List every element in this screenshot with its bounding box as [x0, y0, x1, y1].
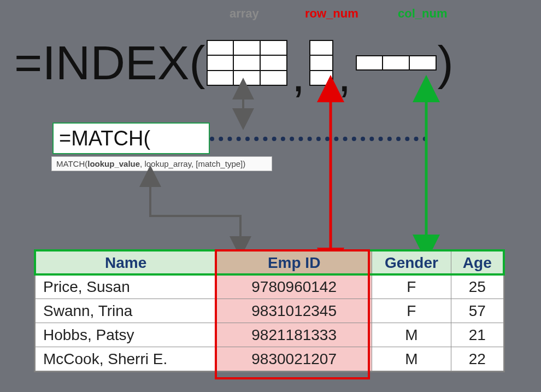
header-gender[interactable]: Gender [372, 251, 451, 275]
cell-age[interactable]: 21 [451, 323, 503, 347]
data-table-frame: Name Emp ID Gender Age Price, Susan 9780… [34, 249, 505, 372]
match-block: =MATCH( MATCH(lookup_value, lookup_array… [52, 122, 284, 171]
dotted-connector [210, 137, 427, 141]
cell-name[interactable]: Hobbs, Patsy [36, 323, 216, 347]
cell-empid[interactable]: 9821181333 [216, 323, 372, 347]
index-formula: =INDEX( , , ) [14, 33, 454, 93]
arg-label-rownum: row_num [305, 7, 358, 21]
header-name[interactable]: Name [36, 251, 216, 275]
cell-empid[interactable]: 9780960142 [216, 275, 372, 299]
cell-age[interactable]: 25 [451, 275, 503, 299]
formula-close: ) [438, 35, 454, 91]
table-row: Hobbs, Patsy 9821181333 M 21 [36, 323, 504, 347]
colnum-grid-icon [356, 55, 437, 71]
header-empid[interactable]: Emp ID [216, 251, 372, 275]
arg-label-array: array [230, 7, 259, 21]
svg-rect-0 [207, 40, 287, 85]
arrow-match-to-table [150, 176, 240, 247]
cell-age[interactable]: 22 [451, 347, 503, 371]
table-row: Swann, Trina 9831012345 F 57 [36, 299, 504, 323]
header-age[interactable]: Age [451, 251, 503, 275]
cell-gender[interactable]: F [372, 275, 451, 299]
cell-name[interactable]: Swann, Trina [36, 299, 216, 323]
formula-prefix: =INDEX( [14, 35, 205, 91]
svg-rect-8 [356, 56, 436, 70]
cell-gender[interactable]: M [372, 347, 451, 371]
svg-rect-5 [310, 40, 333, 85]
cell-empid[interactable]: 9830021207 [216, 347, 372, 371]
cell-gender[interactable]: F [372, 299, 451, 323]
data-table: Name Emp ID Gender Age Price, Susan 9780… [35, 250, 504, 371]
comma-2: , [334, 47, 354, 103]
tooltip-pre: MATCH( [56, 159, 87, 168]
cell-empid[interactable]: 9831012345 [216, 299, 372, 323]
cell-age[interactable]: 57 [451, 299, 503, 323]
table-row: Price, Susan 9780960142 F 25 [36, 275, 504, 299]
table-header-row: Name Emp ID Gender Age [36, 251, 504, 275]
cell-name[interactable]: McCook, Sherri E. [36, 347, 216, 371]
cell-name[interactable]: Price, Susan [36, 275, 216, 299]
match-tooltip: MATCH(lookup_value, lookup_array, [match… [51, 156, 272, 171]
tooltip-post: , lookup_array, [match_type]) [140, 159, 245, 168]
comma-1: , [289, 47, 308, 103]
rownum-grid-icon [309, 40, 333, 86]
match-cell[interactable]: =MATCH( [52, 122, 210, 154]
arg-label-colnum: col_num [398, 7, 447, 21]
array-grid-icon [207, 40, 287, 86]
tooltip-bold: lookup_value [87, 159, 140, 168]
table-row: McCook, Sherri E. 9830021207 M 22 [36, 347, 504, 371]
cell-gender[interactable]: M [372, 323, 451, 347]
